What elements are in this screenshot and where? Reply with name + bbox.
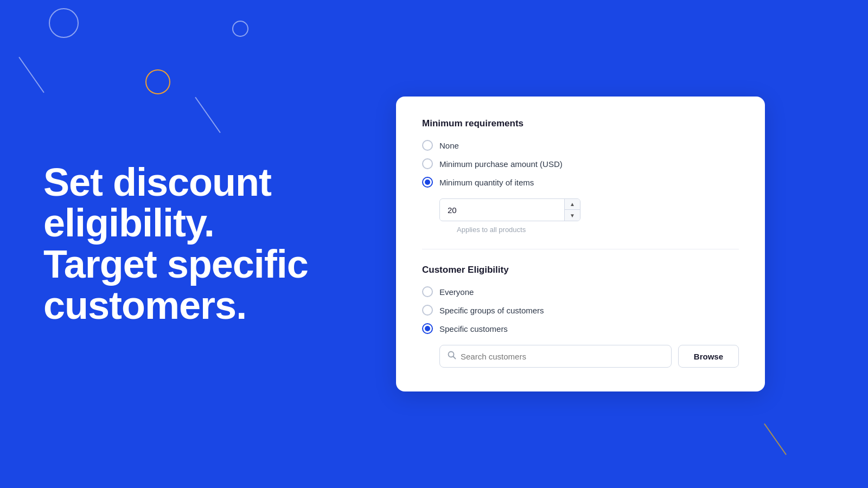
quantity-helper-text: Applies to all products: [457, 226, 739, 234]
radio-option-specific-customers[interactable]: Specific customers: [422, 323, 739, 334]
search-icon: [448, 351, 456, 362]
hero-line-4: customers.: [43, 284, 246, 327]
hero-text: Set discount eligibility. Target specifi…: [43, 162, 347, 326]
section-divider: [422, 249, 739, 249]
deco-circle-top-left: [49, 8, 79, 38]
svg-line-1: [454, 357, 456, 359]
hero-line-2: eligibility.: [43, 201, 214, 245]
radio-option-min-purchase[interactable]: Minimum purchase amount (USD): [422, 158, 739, 169]
hero-section: Set discount eligibility. Target specifi…: [0, 130, 380, 358]
white-card: Minimum requirements None Minimum purcha…: [396, 97, 765, 391]
search-customers-input[interactable]: [461, 352, 663, 361]
radio-specific-customers-circle: [422, 323, 433, 334]
radio-everyone-label: Everyone: [439, 287, 474, 297]
customer-eligibility-group: Everyone Specific groups of customers Sp…: [422, 286, 739, 334]
radio-specific-customers-label: Specific customers: [439, 324, 508, 333]
radio-specific-groups-circle: [422, 305, 433, 316]
search-input-wrapper: [439, 345, 672, 368]
stepper-down-button[interactable]: ▼: [565, 210, 580, 221]
minimum-requirements-title: Minimum requirements: [422, 118, 739, 129]
browse-button[interactable]: Browse: [678, 345, 739, 368]
stepper-buttons: ▲ ▼: [564, 199, 580, 221]
quantity-input-wrapper: ▲ ▼ Applies to all products: [439, 198, 739, 234]
hero-line-3: Target specific: [43, 242, 308, 286]
customer-search-row: Browse: [439, 345, 739, 368]
deco-line-3: [764, 423, 787, 455]
panel-section: Minimum requirements None Minimum purcha…: [380, 75, 868, 413]
stepper-up-button[interactable]: ▲: [565, 199, 580, 210]
radio-min-purchase-circle: [422, 158, 433, 169]
quantity-input-box: ▲ ▼: [439, 198, 580, 221]
quantity-input[interactable]: [440, 200, 564, 220]
radio-none-circle: [422, 140, 433, 151]
deco-circle-top-mid: [232, 21, 248, 37]
radio-min-quantity-label: Minimum quantity of items: [439, 178, 534, 187]
radio-option-none[interactable]: None: [422, 140, 739, 151]
radio-min-purchase-label: Minimum purchase amount (USD): [439, 159, 563, 169]
radio-option-min-quantity[interactable]: Minimum quantity of items: [422, 177, 739, 188]
radio-none-label: None: [439, 141, 459, 150]
radio-min-quantity-circle: [422, 177, 433, 188]
deco-line-2: [195, 97, 221, 133]
minimum-requirements-group: None Minimum purchase amount (USD) Minim…: [422, 140, 739, 188]
customer-eligibility-title: Customer Eligibility: [422, 265, 739, 275]
radio-specific-groups-label: Specific groups of customers: [439, 306, 544, 315]
radio-option-everyone[interactable]: Everyone: [422, 286, 739, 297]
hero-line-1: Set discount: [43, 160, 271, 204]
deco-circle-gold: [145, 69, 170, 94]
radio-option-specific-groups[interactable]: Specific groups of customers: [422, 305, 739, 316]
deco-line-1: [18, 57, 44, 93]
radio-everyone-circle: [422, 286, 433, 297]
